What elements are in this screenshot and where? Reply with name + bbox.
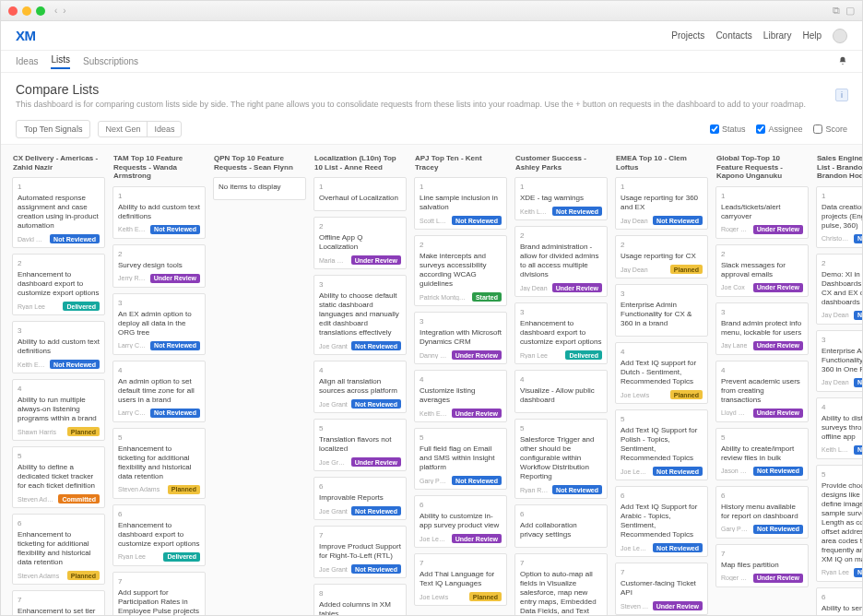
card[interactable]: 4Prevent academic users from creating tr… [715, 361, 809, 422]
card[interactable]: 7Improve Product Support for Right-To-Le… [313, 526, 407, 578]
card[interactable]: 2Make intercepts and surveys accessibili… [414, 235, 507, 306]
card[interactable]: 6Improvable ReportsJoe GrantNot Reviewed [313, 477, 407, 520]
card[interactable]: 6Enhancement to dashboard export to cust… [112, 504, 206, 566]
card[interactable]: 1Overhaul of Localization [313, 177, 407, 211]
card[interactable]: 5Add Text IQ Support for Polish - Topics… [615, 409, 708, 480]
card-assignee: Ryan Rose [520, 487, 549, 493]
status-badge: Under Review [753, 225, 803, 234]
card-title: No items to display [219, 183, 301, 192]
card-number: 4 [18, 385, 100, 393]
card[interactable]: 3Ability to choose default static dashbo… [313, 275, 407, 355]
card[interactable]: 1Ability to add custom text definitionsK… [112, 186, 206, 239]
status-badge: Started [472, 292, 502, 302]
card[interactable]: 2Slack messages for approval emailsJoe C… [715, 244, 809, 297]
checkbox-assignee[interactable] [756, 124, 765, 134]
nav-projects[interactable]: Projects [671, 30, 704, 41]
card-title: Line sample inclusion in salvation [420, 194, 502, 212]
card[interactable]: 4Add Text IQ support for Dutch - Sentime… [615, 342, 708, 404]
card[interactable]: No items to display [213, 177, 306, 200]
card-number: 2 [18, 259, 100, 267]
checkbox-status[interactable] [710, 124, 719, 134]
column: QPN Top 10 Feature Requests - Sean Flynn… [213, 152, 306, 615]
card[interactable]: 3An EX admin option to deploy all data i… [112, 293, 206, 355]
card[interactable]: 1Leads/tickets/alert carryoverRoger Ross… [715, 186, 809, 239]
card[interactable]: 1Usage reporting for 360 and EXJay DeanN… [615, 177, 708, 230]
card[interactable]: 3Enterprise Admin Functionality for CX &… [615, 284, 708, 337]
check-score[interactable]: Score [813, 124, 847, 134]
pill-ideas[interactable]: Ideas [148, 122, 181, 136]
card[interactable]: 5Translation flavors not localizedJoe Gr… [313, 419, 407, 471]
card[interactable]: 4Visualize - Allow public dashboard [514, 370, 608, 413]
nav-help[interactable]: Help [802, 30, 822, 41]
card[interactable]: 1Data creation for CX projects (Engageme… [816, 186, 862, 248]
card[interactable]: 2Usage reporting for CXJay DeanPlanned [615, 235, 708, 278]
card[interactable]: 6Enhancement to ticketing for additional… [12, 514, 105, 585]
card[interactable]: 4Ability to run multiple always-on liste… [12, 379, 105, 441]
back-icon[interactable]: ‹ [54, 6, 57, 16]
signal-selector[interactable]: Top Ten Signals [16, 120, 90, 138]
check-status[interactable]: Status [710, 124, 746, 134]
card[interactable]: 6Add collaboration privacy settings [514, 504, 608, 548]
card[interactable]: 5Provide choosing designs like one to de… [816, 465, 862, 582]
card[interactable]: 4Customize listing averagesKeith EvansUn… [414, 370, 507, 422]
subnav-ideas[interactable]: Ideas [16, 56, 38, 66]
pill-nextgen[interactable]: Next Gen [99, 122, 148, 136]
copy-icon[interactable]: ⧉ [833, 5, 840, 17]
checkbox-score[interactable] [813, 124, 822, 134]
card[interactable]: 2Demo: XI in Dashboards. Combine CX and … [816, 254, 862, 325]
board[interactable]: CX Delivery - Americas - Zahid Nazir1Aut… [1, 145, 862, 615]
card[interactable]: 7Enhancement to set tierNot Reviewed [12, 590, 105, 615]
nav-library[interactable]: Library [763, 30, 792, 41]
card-number: 3 [520, 308, 602, 316]
card-title: Salesforce Trigger and other should be c… [520, 435, 602, 481]
tab-icon[interactable]: ▢ [845, 5, 855, 17]
card[interactable]: 3Integration with Microsoft Dynamics CRM… [414, 312, 507, 364]
card[interactable]: 2Offline App Q LocalizationMaria Gardner… [313, 217, 407, 269]
card[interactable]: 5Ability to create/import review files i… [715, 428, 809, 480]
card-title: Ability to define a dedicated ticket tra… [18, 463, 100, 491]
card[interactable]: 5Enhancement to ticketing for additional… [112, 428, 206, 499]
card[interactable]: 6History menu available for report on da… [715, 486, 809, 539]
card-assignee: Shawn Harris [18, 429, 64, 435]
card[interactable]: 3Brand admin protect info menu, lockable… [715, 302, 809, 355]
card[interactable]: 1XDE - tag warningsKeith LaneNot Reviewe… [514, 177, 608, 220]
card[interactable]: 6Add Text IQ Support for Arabic - Topics… [615, 486, 708, 557]
card[interactable]: 6Ability to customize in-app survey prod… [414, 495, 507, 548]
status-badge: Not Reviewed [552, 207, 602, 216]
forward-icon[interactable]: › [63, 6, 65, 16]
card[interactable]: 4Align all translation sources across pl… [313, 361, 407, 413]
card[interactable]: 3Enterprise Admin Functionality for CX &… [816, 330, 862, 392]
card[interactable]: 2Survey design toolsJerry RoseUnder Revi… [112, 244, 206, 288]
card[interactable]: 4An admin option to set default time zon… [112, 361, 206, 422]
card[interactable]: 7Add Thai Language for Text IQ Languages… [414, 553, 507, 606]
card[interactable]: 8Added columns in XM tables [313, 584, 407, 615]
card[interactable]: 5Ability to define a dedicated ticket tr… [12, 446, 105, 508]
check-assignee[interactable]: Assignee [756, 124, 802, 134]
card[interactable]: 3Ability to add custom text definitionsK… [12, 321, 105, 373]
nav-contacts[interactable]: Contacts [715, 30, 751, 41]
card[interactable]: 5Salesforce Trigger and other should be … [514, 419, 608, 499]
maximize-window-icon[interactable] [36, 6, 45, 16]
card[interactable]: 2Brand administration - allow for divide… [514, 226, 608, 297]
card[interactable]: 2Enhancement to dashboard export to cust… [12, 254, 105, 315]
minimize-window-icon[interactable] [22, 6, 31, 16]
card[interactable]: 7Map files partitionRoger RossUnder Revi… [715, 544, 809, 587]
card[interactable]: 7Customer-facing Ticket APISteven AdamsU… [615, 563, 708, 615]
subnav-lists[interactable]: Lists [51, 54, 70, 69]
card-footer: Lloyd MillerUnder Review [721, 409, 803, 418]
close-window-icon[interactable] [8, 6, 18, 16]
card[interactable]: 6Ability to send, manage, and report on … [816, 587, 862, 615]
card[interactable]: 1Automated response assignment and case … [12, 177, 105, 248]
card[interactable]: 7Option to auto-map all fields in Visual… [514, 553, 608, 615]
card[interactable]: 5Full field flag on Email and SMS within… [414, 428, 507, 490]
card[interactable]: 3Enhancement to dashboard export to cust… [514, 302, 608, 364]
avatar[interactable] [833, 29, 847, 43]
card-number: 5 [319, 424, 401, 432]
card[interactable]: 7Add support for Participation Rates in … [112, 572, 206, 615]
card[interactable]: 1Line sample inclusion in salvationScott… [414, 177, 507, 230]
subnav-subscriptions[interactable]: Subscriptions [83, 56, 138, 66]
bell-icon[interactable] [838, 56, 847, 65]
logo[interactable]: XM [16, 28, 36, 43]
card[interactable]: 4Ability to distribute EX surveys throug… [816, 397, 862, 459]
info-icon[interactable]: i [835, 89, 848, 101]
